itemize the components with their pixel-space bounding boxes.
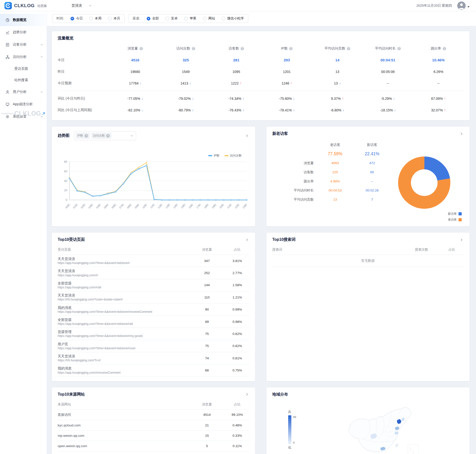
- page-cell: 货源管理https://app.huoqingqing.com/?time=&&…: [58, 328, 189, 340]
- page-url: https://app.huoqingqing.com/#/: [58, 273, 189, 277]
- sidebar-item-visitor[interactable]: 访客分析: [0, 38, 47, 51]
- time-option-本周[interactable]: 本周: [89, 16, 102, 21]
- chevron-down-icon: [130, 134, 133, 137]
- remove-tag-icon[interactable]: ×: [106, 134, 110, 138]
- chevron-right-icon: [245, 134, 249, 138]
- filter-bar: 时间:今日本周本月 渠道:全部安卓苹果网站微信小程序: [47, 11, 476, 26]
- metric-value: 13↓: [312, 77, 363, 89]
- sidebar-item-trend[interactable]: 趋势分析: [0, 26, 47, 38]
- help-icon[interactable]: ?: [241, 47, 244, 50]
- radio-label: 本周: [95, 16, 102, 21]
- help-icon[interactable]: ?: [347, 47, 350, 50]
- page-views: 75: [189, 344, 226, 348]
- metric-value: 19680: [110, 66, 160, 77]
- table-header-row: 受访页面浏览量占比: [58, 245, 249, 255]
- sidebar-subitem-visit-1[interactable]: 站外搜索: [0, 74, 47, 86]
- project-selector[interactable]: 货清清: [71, 3, 92, 8]
- value-text: 6.26%: [434, 70, 443, 74]
- metric-column-label: 平均访问页数: [325, 46, 345, 51]
- svg-text:02时: 02时: [80, 203, 86, 209]
- channel-option-全部[interactable]: 全部: [147, 16, 159, 21]
- trend-metric-select[interactable]: IP数×访问次数×: [74, 131, 136, 140]
- table-row: mp.weixin.qq.com150.33%: [58, 431, 249, 441]
- top-pages-more-button[interactable]: [245, 238, 249, 242]
- value-text: 281: [233, 58, 239, 62]
- time-option-今日[interactable]: 今日: [71, 16, 83, 21]
- channel-option-网站[interactable]: 网站: [203, 16, 215, 21]
- user-avatar[interactable]: [457, 1, 466, 10]
- page-cell: 用户页https://app.huoqingqing.com/?time=&&e…: [58, 340, 189, 352]
- time-option-本月[interactable]: 本月: [108, 16, 120, 21]
- arrow-down-icon: ↓: [243, 108, 244, 112]
- donut-legend-swatch: [458, 212, 462, 215]
- top-keywords-table: 搜索词搜索次数占比暂无数据: [272, 245, 464, 267]
- donut-legend: 新访客老访客: [448, 212, 462, 222]
- panel-title: 流量概览: [58, 36, 464, 41]
- corner-cell: [58, 43, 110, 54]
- visitors-more-button[interactable]: [459, 132, 464, 136]
- value-text: -6.80%: [330, 108, 341, 112]
- page-views: 252: [189, 271, 226, 275]
- metric-tag[interactable]: 访问次数×: [91, 133, 111, 139]
- help-icon[interactable]: ?: [443, 47, 446, 50]
- metric-value: 1413↓: [160, 77, 211, 89]
- empty-cell: [272, 149, 317, 158]
- sidebar-subitem-visit-0[interactable]: 受访页面: [0, 63, 47, 74]
- help-icon[interactable]: ?: [289, 47, 293, 50]
- channel-option-微信小程序[interactable]: 微信小程序: [222, 16, 244, 21]
- user-menu-caret-icon[interactable]: [467, 6, 470, 8]
- sidebar-item-visit[interactable]: 访问分析: [0, 51, 47, 63]
- help-icon[interactable]: ?: [397, 47, 401, 50]
- help-icon[interactable]: ?: [140, 47, 143, 50]
- old-visitor-header: 老访客: [317, 140, 354, 149]
- radio-icon: [222, 17, 225, 20]
- table-row: 用户页https://app.huoqingqing.com/?time=&&e…: [58, 340, 249, 352]
- donut-legend-label: 新访客: [448, 212, 457, 216]
- channel-option-苹果[interactable]: 苹果: [184, 16, 196, 21]
- help-icon[interactable]: ?: [192, 47, 195, 50]
- new-visitor-value: 472: [354, 158, 391, 168]
- metric-value: 1095: [211, 66, 262, 77]
- page-name: 我的消息: [58, 305, 189, 310]
- svg-text:03时: 03时: [88, 203, 94, 209]
- channel-option-安卓[interactable]: 安卓: [165, 16, 178, 21]
- metric-column-label: 访客数: [229, 46, 239, 51]
- trend-more-button[interactable]: [245, 134, 249, 138]
- radio-label: 今日: [76, 16, 83, 21]
- taiwan-island: [395, 443, 398, 447]
- metric-tag[interactable]: IP数×: [76, 133, 90, 139]
- time-filter-group: 时间:今日本周本月: [52, 14, 125, 23]
- clklog-logo-icon: [4, 2, 12, 9]
- sidebar-item-overview[interactable]: 数据概览: [0, 14, 47, 26]
- metric-value: 10.46%: [413, 54, 464, 66]
- sidebar-item-user[interactable]: 用户分析: [0, 86, 47, 98]
- page-cell: 天天货清清https://app.huoqingqing.com/?time=&…: [58, 255, 189, 267]
- content: 流量概览 浏览量?访问次数?访客数?IP数?平均访问页数?平均访问时长?跳出率?…: [47, 26, 476, 454]
- remove-tag-icon[interactable]: ×: [85, 134, 88, 138]
- value-text: 9.37%: [331, 97, 341, 101]
- legend-item-访问次数[interactable]: 访问次数: [225, 154, 242, 158]
- visitor-icon: [5, 43, 10, 47]
- svg-text:07时: 07时: [119, 203, 125, 209]
- source-name: open.weixin.qq.com: [58, 441, 189, 451]
- top-sources-more-button[interactable]: [245, 392, 249, 397]
- sidebar-item-settings[interactable]: 系统设置: [0, 110, 47, 123]
- metric-column-header: 平均访问页数?: [312, 43, 363, 54]
- panel-title: Top10来源网站: [58, 392, 85, 397]
- sidebar-item-appcrash[interactable]: App崩溃分析: [0, 98, 47, 110]
- metric-value: 14: [312, 54, 363, 66]
- donut-legend-item-新访客[interactable]: 新访客: [448, 212, 462, 216]
- page-views: 347: [189, 259, 226, 263]
- value-text: 325: [183, 58, 189, 62]
- panel-title: 地域分布: [272, 392, 464, 397]
- metric-value: 4516: [110, 54, 160, 66]
- svg-text:20时: 20时: [219, 203, 225, 209]
- radio-icon: [184, 17, 188, 20]
- donut-legend-item-老访客[interactable]: 老访客: [448, 218, 462, 222]
- legend-item-IP数[interactable]: IP数: [208, 154, 219, 158]
- chevron-down-icon: [40, 43, 43, 46]
- top-keywords-more-button[interactable]: [459, 238, 464, 242]
- page-cell: 我的消息https://app.huoqingqing.com/?time=&&…: [58, 304, 189, 315]
- page-percent: 3.81%: [226, 259, 249, 263]
- visitor-row-label: 平均访问页数: [272, 195, 317, 204]
